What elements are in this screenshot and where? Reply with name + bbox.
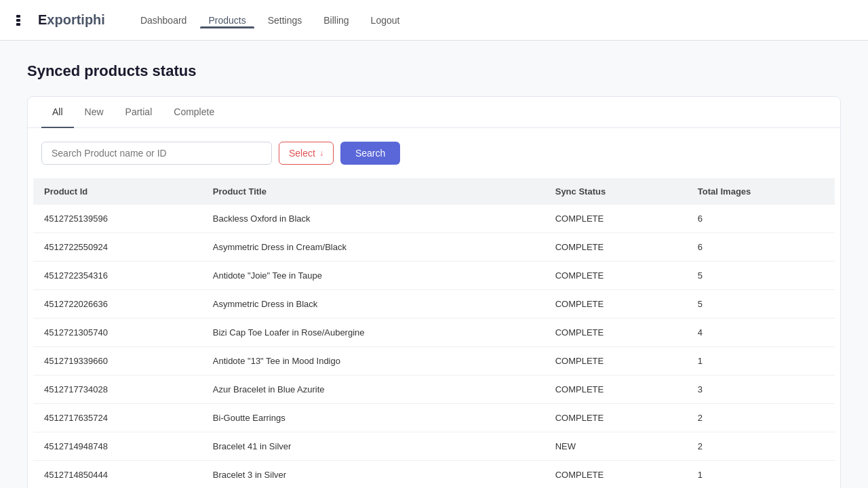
tab-partial[interactable]: Partial — [115, 97, 163, 128]
cell-product-title: Antidote "Joie" Tee in Taupe — [202, 262, 545, 290]
svg-rect-2 — [16, 23, 20, 26]
table-row: 4512719339660Antidote "13" Tee in Mood I… — [33, 347, 835, 375]
nav-dashboard[interactable]: Dashboard — [132, 12, 195, 28]
cell-product-title: Bracelet 3 in Silver — [202, 461, 545, 489]
cell-total-images: 3 — [687, 375, 835, 404]
nav-logout[interactable]: Logout — [363, 12, 408, 28]
cell-sync-status: COMPLETE — [545, 290, 687, 319]
select-label: Select — [289, 148, 315, 159]
cell-product-id: 4512714948748 — [33, 432, 202, 461]
search-button[interactable]: Search — [340, 142, 400, 165]
svg-rect-0 — [16, 15, 20, 18]
cell-product-id: 4512721305740 — [33, 319, 202, 347]
table-row: 4512722550924Asymmetric Dress in Cream/B… — [33, 233, 835, 262]
brand-name-prefix: E — [38, 12, 47, 27]
cell-product-title: Azur Bracelet in Blue Azurite — [202, 375, 545, 404]
cell-sync-status: COMPLETE — [545, 205, 687, 233]
table-row: 4512717635724Bi-Goutte EarringsCOMPLETE2 — [33, 404, 835, 432]
cell-total-images: 5 — [687, 262, 835, 290]
navbar: Exportiphi Dashboard Products Settings B… — [0, 0, 868, 41]
cell-total-images: 6 — [687, 205, 835, 233]
table-row: 4512722354316Antidote "Joie" Tee in Taup… — [33, 262, 835, 290]
cell-sync-status: COMPLETE — [545, 404, 687, 432]
col-product-title: Product Title — [202, 178, 545, 205]
products-table-wrapper: Product Id Product Title Sync Status Tot… — [28, 178, 840, 488]
col-total-images: Total Images — [687, 178, 835, 205]
cell-sync-status: COMPLETE — [545, 461, 687, 489]
cell-product-id: 4512725139596 — [33, 205, 202, 233]
table-row: 4512722026636Asymmetric Dress in BlackCO… — [33, 290, 835, 319]
table-row: 4512721305740Bizi Cap Toe Loafer in Rose… — [33, 319, 835, 347]
cell-product-id: 4512717635724 — [33, 404, 202, 432]
table-row: 4512714948748Bracelet 41 in SilverNEW2 — [33, 432, 835, 461]
cell-product-title: Antidote "13" Tee in Mood Indigo — [202, 347, 545, 375]
search-input[interactable] — [41, 142, 272, 165]
tab-all[interactable]: All — [41, 97, 74, 128]
brand-logo[interactable]: Exportiphi — [16, 12, 105, 28]
col-sync-status: Sync Status — [545, 178, 687, 205]
cell-sync-status: COMPLETE — [545, 262, 687, 290]
tabs-bar: All New Partial Complete — [28, 97, 840, 128]
search-bar: Select ↓ Search — [28, 128, 840, 178]
cell-total-images: 2 — [687, 404, 835, 432]
cell-total-images: 6 — [687, 233, 835, 262]
table-body: 4512725139596Backless Oxford in BlackCOM… — [33, 205, 835, 488]
table-row: 4512717734028Azur Bracelet in Blue Azuri… — [33, 375, 835, 404]
chevron-down-icon: ↓ — [319, 148, 323, 158]
svg-rect-1 — [16, 19, 20, 22]
nav-billing[interactable]: Billing — [315, 12, 357, 28]
cell-sync-status: COMPLETE — [545, 319, 687, 347]
table-header: Product Id Product Title Sync Status Tot… — [33, 178, 835, 205]
cell-product-id: 4512722550924 — [33, 233, 202, 262]
brand-icon — [16, 13, 35, 28]
cell-sync-status: COMPLETE — [545, 233, 687, 262]
cell-product-title: Asymmetric Dress in Black — [202, 290, 545, 319]
cell-product-title: Bracelet 41 in Silver — [202, 432, 545, 461]
cell-product-id: 4512722026636 — [33, 290, 202, 319]
cell-total-images: 1 — [687, 461, 835, 489]
cell-total-images: 1 — [687, 347, 835, 375]
brand-name-suffix: xportiphi — [47, 12, 105, 27]
table-row: 4512714850444Bracelet 3 in SilverCOMPLET… — [33, 461, 835, 489]
tab-new[interactable]: New — [74, 97, 115, 128]
products-card: All New Partial Complete Select ↓ Search… — [27, 96, 841, 488]
page-title: Synced products status — [27, 62, 841, 80]
cell-product-id: 4512714850444 — [33, 461, 202, 489]
cell-total-images: 5 — [687, 290, 835, 319]
cell-sync-status: COMPLETE — [545, 347, 687, 375]
cell-product-id: 4512719339660 — [33, 347, 202, 375]
nav-links: Dashboard Products Settings Billing Logo… — [132, 0, 408, 40]
products-table: Product Id Product Title Sync Status Tot… — [33, 178, 835, 488]
cell-product-title: Asymmetric Dress in Cream/Black — [202, 233, 545, 262]
nav-settings[interactable]: Settings — [260, 12, 311, 28]
nav-products[interactable]: Products — [200, 12, 254, 28]
cell-total-images: 4 — [687, 319, 835, 347]
cell-total-images: 2 — [687, 432, 835, 461]
cell-product-title: Bi-Goutte Earrings — [202, 404, 545, 432]
cell-sync-status: COMPLETE — [545, 375, 687, 404]
col-product-id: Product Id — [33, 178, 202, 205]
cell-sync-status: NEW — [545, 432, 687, 461]
brand-text: Exportiphi — [38, 12, 105, 28]
select-button[interactable]: Select ↓ — [279, 142, 334, 165]
table-row: 4512725139596Backless Oxford in BlackCOM… — [33, 205, 835, 233]
cell-product-id: 4512717734028 — [33, 375, 202, 404]
cell-product-title: Bizi Cap Toe Loafer in Rose/Aubergine — [202, 319, 545, 347]
tab-complete[interactable]: Complete — [163, 97, 225, 128]
cell-product-title: Backless Oxford in Black — [202, 205, 545, 233]
main-content: Synced products status All New Partial C… — [0, 41, 868, 488]
cell-product-id: 4512722354316 — [33, 262, 202, 290]
